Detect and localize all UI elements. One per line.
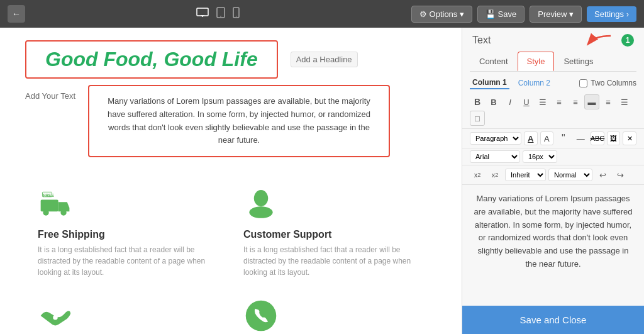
feature-item-contact: Contact With Us It is a long established… bbox=[231, 288, 436, 334]
svg-point-4 bbox=[221, 16, 222, 17]
strikethrough-btn[interactable]: ABC bbox=[591, 131, 604, 145]
column-2-tab[interactable]: Column 2 bbox=[516, 77, 553, 89]
add-your-text-label[interactable]: Add Your Text bbox=[25, 85, 75, 101]
body-text: Many variations of Lorem Ipsum passages … bbox=[99, 95, 379, 147]
format-toolbar-row2: Paragraph A A " — ABC 🖼 ✕ bbox=[462, 129, 644, 148]
format-align-right-btn[interactable]: ≡ bbox=[601, 94, 616, 109]
preview-button[interactable]: Preview ▾ bbox=[530, 6, 582, 23]
truck-icon: FREE bbox=[38, 186, 73, 221]
redo-btn[interactable]: ↪ bbox=[613, 167, 628, 182]
feature-item-free-shipping: FREE Free Shipping It is a long establis… bbox=[25, 176, 231, 288]
save-close-button[interactable]: Save and Close bbox=[462, 306, 644, 334]
right-panel: Text 1 Content Style Settings bbox=[462, 28, 644, 334]
toolbar-right: ⚙ Options ▾ 💾 Save Preview ▾ Settings › bbox=[411, 6, 636, 23]
svg-point-9 bbox=[43, 210, 48, 216]
main-area: Good Food, Good Life Add a Headline Add … bbox=[0, 28, 644, 334]
format-bold-btn[interactable]: B bbox=[470, 94, 485, 109]
tab-content[interactable]: Content bbox=[470, 52, 518, 71]
text-content-box[interactable]: Many variations of Lorem Ipsum passages … bbox=[88, 85, 390, 157]
bg-color-btn[interactable]: A bbox=[540, 131, 554, 145]
svg-point-14 bbox=[249, 206, 272, 218]
normal-select[interactable]: Normal bbox=[548, 169, 592, 181]
toolbar-left: ← bbox=[8, 5, 25, 23]
text-color-btn[interactable]: A bbox=[524, 131, 538, 145]
arrow-indicator bbox=[582, 31, 614, 50]
column-1-tab[interactable]: Column 1 bbox=[470, 77, 509, 89]
format-toolbar-row4: x2 x2 Inherit Normal ↩ ↪ bbox=[462, 165, 644, 185]
svg-point-16 bbox=[246, 301, 277, 331]
format-more-btn[interactable]: □ bbox=[470, 111, 485, 126]
svg-rect-0 bbox=[197, 8, 208, 16]
tab-settings[interactable]: Settings bbox=[554, 52, 602, 71]
phone-icon bbox=[243, 298, 279, 333]
format-ul-btn[interactable]: ☰ bbox=[535, 94, 550, 109]
svg-point-6 bbox=[236, 16, 236, 16]
undo-btn[interactable]: ↩ bbox=[595, 167, 610, 182]
headline-section: Good Food, Good Life Add a Headline bbox=[0, 28, 462, 85]
two-columns-checkbox[interactable] bbox=[579, 79, 587, 87]
support-icon-container bbox=[243, 186, 279, 229]
feature-item-help-partner: Help Partner It is a long established fa… bbox=[25, 288, 231, 334]
headline-box[interactable]: Good Food, Good Life bbox=[25, 40, 278, 79]
paragraph-select[interactable]: Paragraph bbox=[470, 132, 521, 145]
inherit-select[interactable]: Inherit bbox=[505, 169, 546, 181]
handshake-icon-container bbox=[38, 298, 73, 334]
customer-support-desc: It is a long established fact that a rea… bbox=[243, 244, 424, 278]
panel-title: Text bbox=[472, 35, 491, 46]
format-toolbar-row3: Arial 16px bbox=[462, 148, 644, 165]
features-grid: FREE Free Shipping It is a long establis… bbox=[0, 170, 462, 334]
format-justify-btn[interactable]: ☰ bbox=[617, 94, 632, 109]
svg-point-13 bbox=[254, 190, 268, 206]
feature-item-customer-support: Customer Support It is a long establishe… bbox=[231, 176, 436, 288]
save-button[interactable]: 💾 Save bbox=[477, 6, 525, 23]
back-button[interactable]: ← bbox=[8, 5, 25, 23]
free-shipping-desc: It is a long established fact that a rea… bbox=[38, 244, 218, 278]
column-selector: Column 1 Column 2 Two Columns bbox=[462, 72, 644, 92]
format-toolbar-row1: B B I U ☰ ≡ ≡ ▬ ≡ ☰ □ bbox=[462, 92, 644, 129]
add-headline-label[interactable]: Add a Headline bbox=[291, 52, 358, 67]
two-columns-label: Two Columns bbox=[591, 79, 636, 87]
support-icon bbox=[243, 186, 279, 221]
toolbar-center bbox=[196, 7, 240, 21]
tab-style[interactable]: Style bbox=[518, 52, 555, 71]
free-shipping-icon-container: FREE bbox=[38, 186, 73, 229]
clear-format-btn[interactable]: ✕ bbox=[623, 131, 636, 145]
headline-text: Good Food, Good Life bbox=[45, 48, 258, 70]
handshake-icon bbox=[38, 298, 73, 333]
format-underline-btn[interactable]: U bbox=[519, 94, 534, 109]
svg-rect-7 bbox=[41, 200, 58, 212]
font-size-select[interactable]: 16px bbox=[523, 150, 557, 163]
format-italic-btn[interactable]: I bbox=[502, 94, 518, 109]
text-preview: Many variations of Lorem Ipsum passages … bbox=[462, 185, 644, 306]
format-align-center-btn[interactable]: ▬ bbox=[584, 94, 599, 109]
hr-btn[interactable]: — bbox=[574, 131, 588, 146]
format-bold2-btn[interactable]: B bbox=[486, 94, 501, 109]
top-toolbar: ← ⚙ Options ▾ 💾 Save Preview ▾ Settings … bbox=[0, 0, 644, 28]
svg-text:FREE: FREE bbox=[43, 193, 54, 198]
canvas: Good Food, Good Life Add a Headline Add … bbox=[0, 28, 462, 334]
insert-image-btn[interactable]: 🖼 bbox=[607, 131, 621, 145]
phone-icon-container bbox=[243, 298, 279, 334]
badge-circle: 1 bbox=[621, 34, 634, 47]
mobile-device-icon[interactable] bbox=[233, 7, 240, 21]
superscript-btn[interactable]: x2 bbox=[487, 167, 502, 182]
subscript-btn[interactable]: x2 bbox=[470, 167, 485, 182]
font-family-select[interactable]: Arial bbox=[470, 150, 520, 163]
settings-button[interactable]: Settings › bbox=[587, 6, 636, 22]
two-columns-toggle: Two Columns bbox=[579, 79, 636, 87]
desktop-device-icon[interactable] bbox=[196, 8, 209, 21]
customer-support-title: Customer Support bbox=[243, 229, 331, 240]
options-button[interactable]: ⚙ Options ▾ bbox=[411, 6, 472, 23]
tablet-device-icon[interactable] bbox=[216, 7, 225, 21]
svg-point-15 bbox=[53, 315, 57, 320]
text-section: Add Your Text Many variations of Lorem I… bbox=[0, 85, 462, 170]
free-shipping-title: Free Shipping bbox=[38, 229, 105, 240]
panel-tabs: Content Style Settings bbox=[470, 52, 636, 72]
svg-point-10 bbox=[60, 210, 66, 216]
panel-title-area: Text 1 bbox=[462, 28, 644, 47]
quote-btn[interactable]: " bbox=[556, 131, 570, 146]
preview-text: Many variations of Lorem Ipsum passages … bbox=[474, 194, 633, 269]
format-ol-btn[interactable]: ≡ bbox=[552, 94, 567, 109]
format-align-left-btn[interactable]: ≡ bbox=[568, 94, 583, 109]
